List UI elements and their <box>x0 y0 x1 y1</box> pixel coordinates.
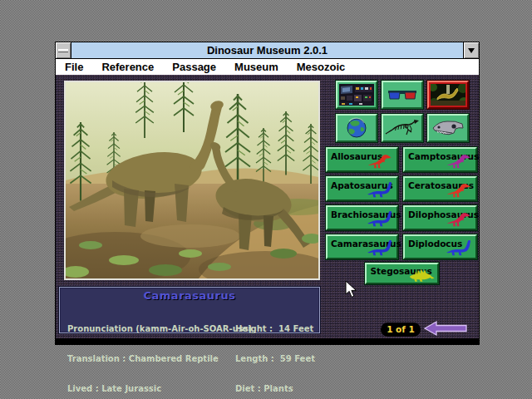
lived-line: Lived : Late Jurassic <box>67 384 252 394</box>
info-left-column: Pronunciation (kamm-Air-oh-SOAR-uss) Tra… <box>67 304 252 399</box>
dinosaur-silhouette-icon <box>446 239 474 258</box>
diet-line: Diet : Plants <box>235 384 315 394</box>
globe-icon <box>339 117 374 139</box>
dinosaur-silhouette-icon <box>367 210 395 229</box>
dinosaur-photo <box>64 81 320 280</box>
dino-button-allosaurus[interactable]: Allosaurus <box>326 147 398 172</box>
minimize-button[interactable] <box>56 42 71 58</box>
dinosaur-name-title: Camarasaurus <box>60 289 319 302</box>
dinosaur-index: Allosaurus Camptosaurus Apatosaurus Cera… <box>326 147 477 288</box>
info-panel: Camarasaurus Pronunciation (kamm-Air-oh-… <box>59 287 320 333</box>
dinosaur-silhouette-icon <box>446 210 474 229</box>
dino-button-stegosaurus[interactable]: Stegosaurus <box>365 263 439 284</box>
tool-button-control-room[interactable] <box>336 81 377 109</box>
toolbar <box>336 81 469 142</box>
dino-button-diplodocus[interactable]: Diplodocus <box>403 234 477 259</box>
dino-button-camptosaurus[interactable]: Camptosaurus <box>403 147 477 172</box>
title-bar: Dinosaur Museum 2.0.1 <box>56 42 479 59</box>
window-title: Dinosaur Museum 2.0.1 <box>71 42 463 58</box>
tool-button-3d-glasses[interactable] <box>382 81 423 109</box>
tool-button-skull[interactable] <box>427 114 469 142</box>
menu-reference[interactable]: Reference <box>92 59 163 75</box>
pronunciation-line: Pronunciation (kamm-Air-oh-SOAR-uss) <box>67 324 252 334</box>
menu-passage[interactable]: Passage <box>163 59 225 75</box>
tool-button-skeleton[interactable] <box>382 114 423 142</box>
height-line: Height : 14 Feet <box>235 324 315 334</box>
length-line: Length : 59 Feet <box>235 354 315 364</box>
menu-bar: File Reference Passage Museum Mesozoic <box>56 59 479 75</box>
desktop: { "window": { "title": "Dinosaur Museum … <box>0 0 532 399</box>
dinosaur-silhouette-icon <box>367 181 395 200</box>
dino-button-camarasaurus[interactable]: Camarasaurus <box>326 234 398 259</box>
skeleton-icon <box>385 117 420 139</box>
dinosaur-silhouette-icon <box>367 152 395 170</box>
dino-button-dilophosaurus[interactable]: Dilophosaurus <box>403 205 477 230</box>
menu-file[interactable]: File <box>56 59 92 75</box>
dinosaur-silhouette-icon <box>446 181 474 200</box>
dinosaur-silhouette-icon <box>446 152 474 170</box>
menu-museum[interactable]: Museum <box>225 59 288 75</box>
diorama-icon <box>431 84 466 106</box>
window-menu-button[interactable] <box>463 42 479 58</box>
info-right-column: Height : 14 Feet Length : 59 Feet Diet :… <box>235 304 315 399</box>
cockpit-icon <box>339 84 374 106</box>
menu-mesozoic[interactable]: Mesozoic <box>288 59 355 75</box>
dinosaur-silhouette-icon <box>367 239 395 258</box>
app-window: Dinosaur Museum 2.0.1 File Reference Pas… <box>55 42 480 345</box>
dino-button-brachiosaurus[interactable]: Brachiosaurus <box>326 205 398 230</box>
dino-button-apatosaurus[interactable]: Apatosaurus <box>326 176 398 201</box>
tool-button-diorama[interactable] <box>427 81 469 109</box>
chevron-down-icon <box>468 48 475 53</box>
back-arrow-button[interactable] <box>422 320 469 337</box>
minimize-icon <box>58 49 68 52</box>
dinosaur-silhouette-icon <box>408 264 436 283</box>
skull-icon <box>431 117 466 139</box>
translation-line: Translation : Chambered Reptile <box>67 354 252 364</box>
main-content: Allosaurus Camptosaurus Apatosaurus Cera… <box>56 75 479 338</box>
tool-button-world-globe[interactable] <box>336 114 377 142</box>
dino-button-ceratosaurus[interactable]: Ceratosaurus <box>403 176 477 201</box>
glasses-icon <box>385 84 420 106</box>
page-indicator: 1 of 1 <box>381 323 421 337</box>
